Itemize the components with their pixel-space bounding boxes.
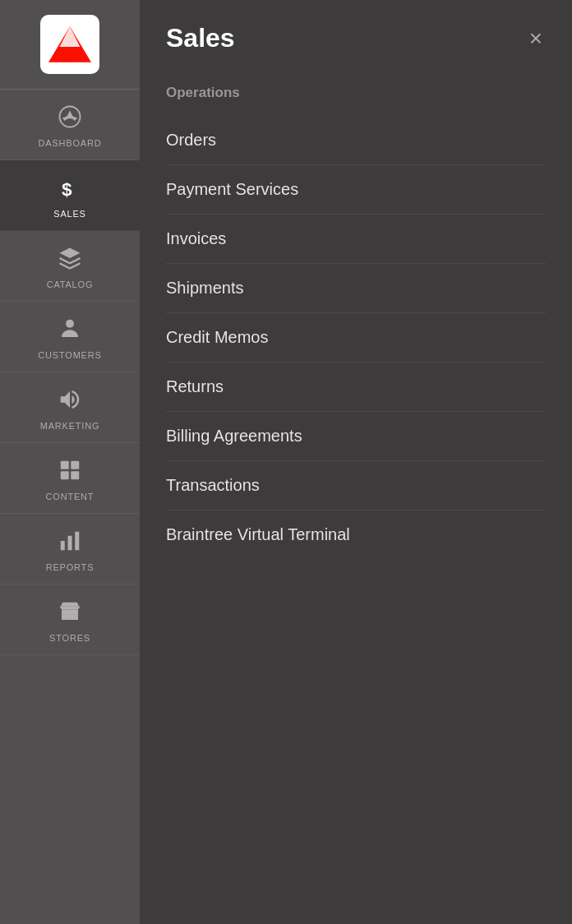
stores-icon — [58, 599, 82, 627]
sidebar-item-label: CUSTOMERS — [38, 350, 101, 360]
sidebar-item-dashboard[interactable]: DASHBOARD — [0, 90, 140, 160]
svg-rect-12 — [68, 536, 72, 551]
svg-text:$: $ — [62, 179, 72, 200]
svg-rect-11 — [61, 541, 65, 550]
sidebar-item-label: CONTENT — [46, 492, 95, 501]
panel-header: Sales × — [140, 0, 572, 70]
sidebar-item-stores[interactable]: STORES — [0, 584, 140, 655]
menu-item-billing-agreements[interactable]: Billing Agreements — [166, 412, 546, 461]
customers-icon — [58, 316, 82, 344]
svg-rect-8 — [71, 461, 79, 469]
sidebar-item-label: SALES — [53, 209, 85, 219]
menu-item-shipments[interactable]: Shipments — [166, 264, 546, 313]
svg-rect-9 — [61, 471, 69, 479]
sidebar-item-label: REPORTS — [46, 562, 95, 572]
panel-title: Sales — [166, 23, 235, 53]
svg-rect-10 — [71, 471, 79, 479]
sidebar-item-label: CATALOG — [47, 280, 94, 289]
sidebar-item-marketing[interactable]: MARKETING — [0, 372, 140, 443]
sidebar-item-catalog[interactable]: CATALOG — [0, 231, 140, 302]
section-label: Operations — [166, 85, 546, 101]
menu-item-braintree[interactable]: Braintree Virtual Terminal — [166, 511, 546, 559]
logo-box — [40, 15, 99, 74]
reports-icon — [58, 529, 82, 557]
catalog-icon — [58, 246, 82, 274]
menu-item-credit-memos[interactable]: Credit Memos — [166, 313, 546, 363]
content-icon — [58, 458, 82, 486]
sidebar-item-content[interactable]: CONTENT — [0, 443, 140, 514]
svg-rect-14 — [67, 614, 73, 621]
menu-item-invoices[interactable]: Invoices — [166, 215, 546, 264]
menu-item-transactions[interactable]: Transactions — [166, 461, 546, 511]
svg-rect-13 — [75, 532, 79, 551]
svg-point-6 — [66, 320, 74, 328]
menu-item-payment-services[interactable]: Payment Services — [166, 165, 546, 215]
sidebar-item-label: STORES — [49, 633, 90, 643]
sidebar-item-label: MARKETING — [40, 421, 100, 431]
svg-rect-7 — [61, 461, 69, 469]
sidebar-item-reports[interactable]: REPORTS — [0, 514, 140, 584]
menu-item-orders[interactable]: Orders — [166, 116, 546, 165]
menu-item-returns[interactable]: Returns — [166, 363, 546, 412]
sidebar-item-label: DASHBOARD — [39, 138, 102, 148]
dashboard-icon — [58, 104, 82, 132]
sales-panel: Sales × Operations OrdersPayment Service… — [140, 0, 572, 924]
close-button[interactable]: × — [526, 24, 546, 53]
marketing-icon — [58, 387, 82, 415]
logo-area — [0, 0, 140, 90]
svg-marker-1 — [60, 26, 81, 47]
menu-list: OrdersPayment ServicesInvoicesShipmentsC… — [166, 116, 546, 559]
sidebar: DASHBOARD $ SALES CATALOG CUSTOME — [0, 0, 140, 924]
panel-content: Operations OrdersPayment ServicesInvoice… — [140, 70, 572, 924]
sales-icon: $ — [58, 175, 82, 203]
sidebar-item-customers[interactable]: CUSTOMERS — [0, 302, 140, 372]
sidebar-item-sales[interactable]: $ SALES — [0, 160, 140, 231]
adobe-logo-icon — [48, 23, 91, 66]
